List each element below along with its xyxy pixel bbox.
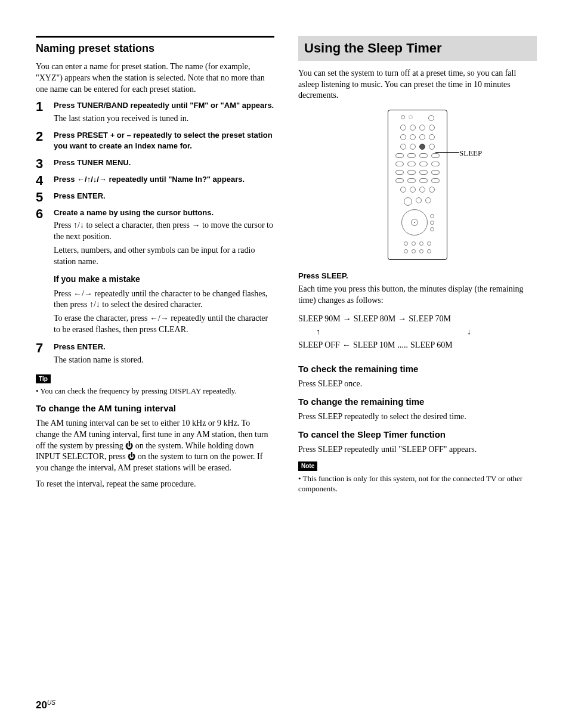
naming-intro: You can enter a name for preset station.… bbox=[36, 61, 274, 95]
arrow-up-icon: ↑ bbox=[316, 326, 320, 339]
steps-list: 1 Press TUNER/BAND repeatedly until "FM"… bbox=[36, 100, 274, 368]
change-time-text: Press SLEEP repeatedly to select the des… bbox=[298, 411, 537, 423]
note-text: This function is only for this system, n… bbox=[298, 473, 537, 494]
mistake-title: If you make a mistake bbox=[54, 274, 274, 285]
page-footer: 20US bbox=[36, 699, 55, 712]
step-2: 2 Press PRESET + or – repeatedly to sele… bbox=[36, 130, 274, 153]
remote-diagram: SLEEP bbox=[298, 110, 537, 260]
sleep-callout: SLEEP bbox=[459, 148, 482, 159]
cancel-text: Press SLEEP repeatedly until "SLEEP OFF"… bbox=[298, 444, 537, 456]
tip-label: Tip bbox=[36, 374, 51, 384]
right-column: Using the Sleep Timer You can set the sy… bbox=[298, 36, 537, 497]
naming-title: Naming preset stations bbox=[36, 41, 274, 55]
check-time-text: Press SLEEP once. bbox=[298, 379, 537, 390]
step-1: 1 Press TUNER/BAND repeatedly until "FM"… bbox=[36, 100, 274, 126]
arrow-down-icon: ↓ bbox=[467, 326, 471, 339]
step-4: 4 Press ←/↑/↓/→ repeatedly until "Name I… bbox=[36, 174, 274, 187]
page-number: 20 bbox=[36, 699, 47, 711]
check-time-title: To check the remaining time bbox=[298, 363, 537, 375]
note-label: Note bbox=[298, 461, 317, 471]
sleep-cycle: SLEEP 90M → SLEEP 80M → SLEEP 70M ↑ ↓ SL… bbox=[298, 312, 537, 352]
sleep-intro: You can set the system to turn off at a … bbox=[298, 68, 537, 102]
step-5: 5 Press ENTER. bbox=[36, 191, 274, 204]
change-time-title: To change the remaining time bbox=[298, 396, 537, 408]
cancel-title: To cancel the Sleep Timer function bbox=[298, 429, 537, 441]
step-3: 3 Press TUNER MENU. bbox=[36, 157, 274, 171]
left-column: Naming preset stations You can enter a n… bbox=[36, 36, 274, 497]
remote-icon bbox=[388, 110, 447, 260]
callout-line bbox=[435, 152, 459, 153]
sleep-button-icon bbox=[419, 144, 425, 150]
sleep-timer-title: Using the Sleep Timer bbox=[298, 36, 537, 61]
step-6: 6 Create a name by using the cursor butt… bbox=[36, 207, 274, 339]
am-interval-reset: To reset the interval, repeat the same p… bbox=[36, 479, 274, 490]
dpad-icon bbox=[401, 209, 428, 236]
tip-text: You can check the frequency by pressing … bbox=[36, 386, 274, 396]
am-interval-text: The AM tuning interval can be set to eit… bbox=[36, 418, 274, 474]
press-sleep: Press SLEEP. bbox=[298, 271, 537, 281]
am-interval-title: To change the AM tuning interval bbox=[36, 402, 274, 414]
press-sleep-text: Each time you press this button, the min… bbox=[298, 284, 537, 306]
page-suffix: US bbox=[47, 699, 55, 706]
step-7: 7 Press ENTER. The station name is store… bbox=[36, 342, 274, 368]
section-rule bbox=[36, 36, 274, 38]
